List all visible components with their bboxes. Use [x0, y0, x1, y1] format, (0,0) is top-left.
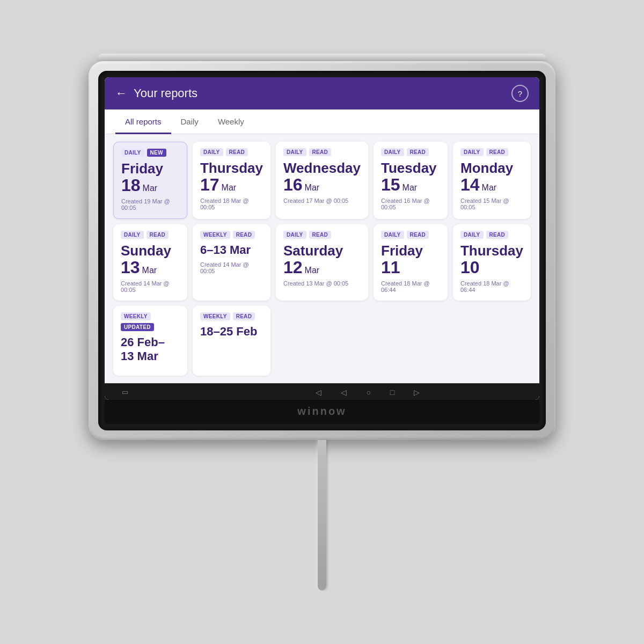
badge-type: DAILY [460, 148, 484, 156]
volume-down-btn[interactable]: ◁ [316, 388, 321, 397]
card-created: Created 16 Mar @ 00:05 [381, 197, 440, 210]
device-wrapper: ← Your reports ? All reports Daily Weekl… [89, 54, 555, 590]
help-button[interactable]: ? [511, 85, 529, 102]
card-created: Created 18 Mar @ 06:44 [381, 280, 440, 293]
tabs-bar: All reports Daily Weekly [105, 109, 539, 134]
card-day: Sunday [121, 243, 180, 259]
card-date-row: 13Mar [121, 259, 180, 276]
report-card[interactable]: DAILYREADWednesday16MarCreated 17 Mar @ … [276, 142, 368, 219]
report-card[interactable]: WEEKLYUPDATED26 Feb– 13 Mar [113, 306, 187, 376]
badge-type: DAILY [460, 231, 484, 239]
card-number: 16 [283, 176, 303, 193]
card-month: Mar [142, 266, 157, 275]
badge-row: DAILYREAD [381, 231, 440, 239]
card-created: Created 14 Mar @ 00:05 [121, 280, 180, 293]
device-outer: ← Your reports ? All reports Daily Weekl… [89, 61, 555, 440]
screen: ← Your reports ? All reports Daily Weekl… [105, 77, 539, 399]
tab-daily[interactable]: Daily [171, 109, 208, 134]
card-number: 10 [460, 259, 480, 276]
card-month: Mar [305, 183, 320, 193]
card-date-row: 17Mar [200, 176, 263, 193]
card-date-row: 18Mar [121, 177, 179, 194]
report-card[interactable]: DAILYNEWFriday18MarCreated 19 Mar @ 00:0… [113, 142, 187, 219]
badge-status: READ [407, 148, 429, 156]
badge-status: READ [486, 148, 509, 156]
card-day: Saturday [283, 243, 361, 259]
card-date-row: 16Mar [283, 176, 361, 193]
card-created: Created 14 Mar @ 00:05 [200, 261, 263, 274]
card-month: Mar [222, 183, 237, 193]
home-btn[interactable]: ○ [366, 388, 370, 397]
card-month: Mar [482, 183, 497, 193]
back-button[interactable]: ← [115, 86, 127, 100]
tab-weekly[interactable]: Weekly [208, 109, 254, 134]
badge-type: DAILY [121, 149, 144, 157]
badge-type: WEEKLY [121, 312, 151, 320]
badge-row: DAILYREAD [460, 231, 523, 239]
card-range: 26 Feb– 13 Mar [121, 335, 180, 364]
card-created: Created 19 Mar @ 00:05 [121, 198, 179, 211]
card-month: Mar [402, 183, 418, 193]
report-card[interactable]: DAILYREADThursday17MarCreated 18 Mar @ 0… [193, 142, 270, 219]
badge-status: READ [309, 231, 332, 239]
card-month: Mar [143, 184, 158, 193]
badge-row: DAILYREAD [283, 148, 361, 156]
badge-type: DAILY [200, 148, 223, 156]
device-top-ridge [97, 54, 547, 61]
badge-status: UPDATED [121, 323, 154, 331]
report-card[interactable]: DAILYREADMonday14MarCreated 15 Mar @ 00:… [453, 142, 531, 219]
badge-type: DAILY [381, 231, 404, 239]
report-card[interactable]: DAILYREADSaturday12MarCreated 13 Mar @ 0… [276, 224, 368, 301]
card-range: 6–13 Mar [200, 243, 263, 257]
screen-icon: ▭ [113, 388, 128, 396]
badge-row: WEEKLYUPDATED [121, 312, 180, 331]
badge-row: DAILYREAD [283, 231, 361, 239]
card-created: Created 18 Mar @ 00:05 [200, 197, 263, 210]
badge-type: DAILY [283, 148, 306, 156]
card-date-row: 15Mar [381, 176, 440, 193]
badge-row: DAILYREAD [121, 231, 180, 239]
report-card[interactable]: WEEKLYREAD6–13 MarCreated 14 Mar @ 00:05 [193, 224, 270, 301]
card-created: Created 13 Mar @ 00:05 [283, 280, 361, 287]
back-nav-btn[interactable]: ◁ [341, 388, 347, 397]
badge-type: DAILY [283, 231, 306, 239]
report-card[interactable]: WEEKLYREAD18–25 Feb [193, 306, 270, 376]
card-created: Created 18 Mar @ 06:44 [460, 280, 523, 293]
report-card[interactable]: DAILYREADSunday13MarCreated 14 Mar @ 00:… [113, 224, 187, 301]
card-day: Friday [381, 243, 440, 259]
badge-status: READ [407, 231, 429, 239]
report-card[interactable]: DAILYREADTuesday15MarCreated 16 Mar @ 00… [374, 142, 448, 219]
card-date-row: 10 [460, 259, 523, 276]
brand-name: winnow [297, 405, 346, 417]
reports-grid: DAILYNEWFriday18MarCreated 19 Mar @ 00:0… [105, 134, 539, 383]
badge-status: NEW [147, 149, 166, 157]
tab-all-reports[interactable]: All reports [115, 109, 171, 134]
report-card[interactable]: DAILYREADFriday11Created 18 Mar @ 06:44 [374, 224, 448, 301]
card-number: 15 [381, 176, 400, 193]
winnow-branding-bar: winnow [105, 400, 539, 424]
card-day: Monday [460, 160, 523, 176]
device-cable [318, 440, 326, 590]
device-inner: ← Your reports ? All reports Daily Weekl… [98, 71, 546, 430]
card-day: Thursday [460, 243, 523, 259]
card-created: Created 17 Mar @ 00:05 [283, 197, 361, 204]
badge-row: DAILYREAD [200, 148, 263, 156]
card-date-row: 11 [381, 259, 440, 276]
badge-type: WEEKLY [200, 231, 230, 239]
card-month: Mar [305, 266, 320, 275]
android-nav-bar: ▭ ◁ ◁ ○ □ ▷ [105, 383, 539, 400]
badge-status: READ [147, 231, 169, 239]
card-number: 11 [381, 259, 400, 276]
app-header: ← Your reports ? [105, 77, 539, 109]
report-card[interactable]: DAILYREADThursday10Created 18 Mar @ 06:4… [453, 224, 531, 301]
badge-status: READ [233, 312, 255, 320]
card-range: 18–25 Feb [200, 325, 263, 339]
recent-apps-btn[interactable]: □ [390, 388, 394, 397]
badge-row: WEEKLYREAD [200, 231, 263, 239]
card-number: 12 [283, 259, 303, 276]
volume-up-btn[interactable]: ▷ [414, 388, 420, 397]
badge-type: DAILY [121, 231, 144, 239]
badge-row: DAILYREAD [460, 148, 523, 156]
card-day: Tuesday [381, 160, 440, 176]
header-left: ← Your reports [115, 86, 197, 100]
